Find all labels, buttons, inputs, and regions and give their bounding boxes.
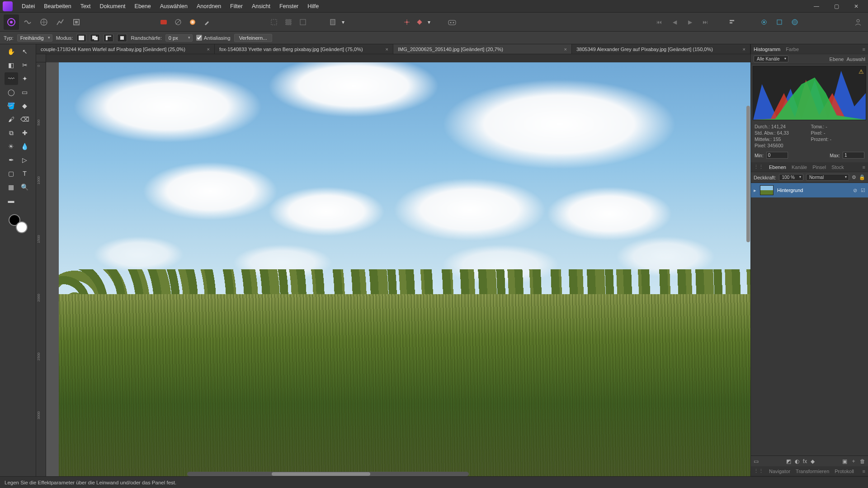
- sync3-icon[interactable]: [788, 16, 801, 28]
- mode-sub-icon[interactable]: [104, 34, 113, 42]
- tool-colorwheel-icon[interactable]: [186, 16, 199, 28]
- opacity-select[interactable]: 100 %: [779, 174, 803, 181]
- quickmask-icon[interactable]: [327, 16, 340, 28]
- panel-menu-icon[interactable]: ≡: [863, 47, 865, 52]
- sync-icon[interactable]: [758, 16, 770, 28]
- ctx-typ-select[interactable]: Freihändig: [17, 34, 52, 42]
- window-close[interactable]: ✕: [847, 1, 865, 11]
- layers-list[interactable]: ▸ Hintergrund ⊘ ☑: [751, 183, 868, 455]
- tab-farbe[interactable]: Farbe: [786, 47, 799, 52]
- doc-tab-2[interactable]: IMG_20200625_205140.jpg [Geändert] (20,7…: [393, 44, 572, 54]
- persona-liquify[interactable]: [20, 14, 35, 30]
- layer-fx2-icon[interactable]: fx: [803, 458, 807, 465]
- tool-swatch-icon[interactable]: [157, 16, 170, 28]
- menu-filter[interactable]: Filter: [226, 0, 247, 13]
- canvas[interactable]: [46, 62, 750, 476]
- account-icon[interactable]: [852, 16, 864, 28]
- tool-text[interactable]: T: [18, 167, 32, 180]
- tool-node[interactable]: ▷: [18, 154, 32, 166]
- snap-settings-icon[interactable]: [413, 16, 426, 28]
- ruler-vertical[interactable]: 050010001500200025003000: [36, 62, 46, 476]
- tool-shape[interactable]: ▢: [5, 167, 18, 180]
- snap-dropdown[interactable]: ▾: [426, 16, 432, 28]
- tab-stock[interactable]: Stock: [831, 164, 844, 170]
- menu-auswaehlen[interactable]: Auswählen: [156, 0, 192, 13]
- tool-eraser[interactable]: ⌫: [18, 113, 32, 126]
- menu-ebene[interactable]: Ebene: [130, 0, 156, 13]
- menu-text[interactable]: Text: [76, 0, 95, 13]
- doc-tab-1-close[interactable]: ×: [386, 47, 388, 52]
- window-maximize[interactable]: ▢: [827, 1, 845, 11]
- menu-datei[interactable]: Datei: [17, 0, 39, 13]
- assistant-icon[interactable]: [446, 16, 458, 28]
- layer-adjust-icon[interactable]: ◐: [795, 458, 799, 465]
- menu-bearbeiten[interactable]: Bearbeiten: [39, 0, 75, 13]
- tab-histogramm[interactable]: Histogramm: [754, 47, 780, 52]
- layer-group-icon[interactable]: ▣: [842, 458, 847, 465]
- foreground-color-swatch[interactable]: [16, 221, 28, 233]
- tool-lasso[interactable]: ◯: [5, 86, 18, 99]
- tool-view[interactable]: ◧: [5, 59, 18, 71]
- tool-move[interactable]: ↖: [18, 45, 32, 58]
- menu-anordnen[interactable]: Anordnen: [192, 0, 226, 13]
- doc-tab-2-close[interactable]: ×: [564, 47, 567, 52]
- sync2-icon[interactable]: [773, 16, 786, 28]
- warning-icon[interactable]: ⚠: [859, 68, 864, 75]
- selection-overlay1-icon[interactable]: [268, 16, 280, 28]
- tool-magic-wand[interactable]: ✦: [18, 72, 32, 85]
- layer-link-icon[interactable]: ⊘: [853, 188, 857, 193]
- selection-overlay3-icon[interactable]: [297, 16, 309, 28]
- histogram-auswahl-button[interactable]: Auswahl: [846, 56, 865, 62]
- tool-flood[interactable]: 🪣: [5, 99, 18, 112]
- ctx-antialias-check[interactable]: Antialiasing: [196, 35, 231, 41]
- tab-navigator[interactable]: Navigator: [769, 469, 790, 474]
- tool-hand[interactable]: ✋: [5, 45, 18, 58]
- persona-photo[interactable]: [4, 14, 19, 30]
- histogram-channel-select[interactable]: Alle Kanäle: [754, 56, 788, 62]
- layer-fx-icon[interactable]: ⚙: [852, 174, 856, 180]
- ctx-rand-select[interactable]: 0 px: [165, 34, 193, 42]
- panel-menu-icon-3[interactable]: ≡: [863, 469, 865, 474]
- tool-picker-icon[interactable]: [201, 16, 213, 28]
- tab-ebenen[interactable]: Ebenen: [769, 164, 786, 170]
- tool-marquee[interactable]: ▭: [18, 86, 32, 99]
- tab-transformieren[interactable]: Transformieren: [796, 469, 829, 474]
- quickmask-dropdown[interactable]: ▾: [340, 16, 346, 28]
- tool-zoom[interactable]: 🔍: [18, 181, 32, 193]
- histogram-ebene-button[interactable]: Ebene: [830, 56, 844, 62]
- tab-pinsel[interactable]: Pinsel: [812, 164, 826, 170]
- mode-int-icon[interactable]: [117, 34, 127, 42]
- layer-tag-icon[interactable]: ▭: [754, 458, 759, 465]
- layer-delete-icon[interactable]: 🗑: [860, 458, 865, 465]
- horizontal-scrollbar[interactable]: [187, 472, 469, 476]
- menu-dokument[interactable]: Dokument: [95, 0, 130, 13]
- layer-visible-icon[interactable]: ☑: [861, 188, 865, 193]
- nav-prev-icon[interactable]: ◀: [668, 16, 681, 28]
- layer-row-hintergrund[interactable]: ▸ Hintergrund ⊘ ☑: [751, 183, 868, 197]
- persona-develop[interactable]: [36, 14, 52, 30]
- window-minimize[interactable]: —: [807, 1, 826, 11]
- doc-tab-0-close[interactable]: ×: [207, 47, 210, 52]
- tool-gradient[interactable]: ◆: [18, 99, 32, 112]
- blendmode-select[interactable]: Normal: [806, 174, 849, 181]
- menu-ansicht[interactable]: Ansicht: [247, 0, 275, 13]
- tool-clone[interactable]: ⧉: [5, 127, 18, 139]
- tab-kanaele[interactable]: Kanäle: [792, 164, 807, 170]
- tool-brush[interactable]: 🖌: [5, 113, 18, 126]
- layer-lock-icon[interactable]: 🔒: [859, 174, 865, 180]
- mode-new-icon[interactable]: [76, 34, 86, 42]
- color-swatches[interactable]: [9, 214, 28, 233]
- doc-tab-1[interactable]: fox-1540833 Yvette van den Berg pixabay.…: [215, 44, 393, 54]
- tool-color[interactable]: ▬: [5, 194, 18, 207]
- tab-protokoll[interactable]: Protokoll: [835, 469, 854, 474]
- tool-heal[interactable]: ✚: [18, 127, 32, 139]
- doc-tab-0[interactable]: couple-1718244 Karen Warfel auf Pixabay.…: [36, 44, 215, 54]
- layer-mask-icon[interactable]: ◩: [786, 458, 791, 465]
- hist-min-input[interactable]: [766, 152, 788, 159]
- tool-nocolor-icon[interactable]: [172, 16, 184, 28]
- tool-blur[interactable]: 💧: [18, 140, 32, 153]
- vertical-scrollbar[interactable]: [746, 83, 750, 311]
- ctx-refine-button[interactable]: Verfeinern...: [234, 34, 272, 42]
- tool-selection-brush[interactable]: 〰: [5, 72, 18, 85]
- layer-add-icon[interactable]: ＋: [851, 457, 856, 465]
